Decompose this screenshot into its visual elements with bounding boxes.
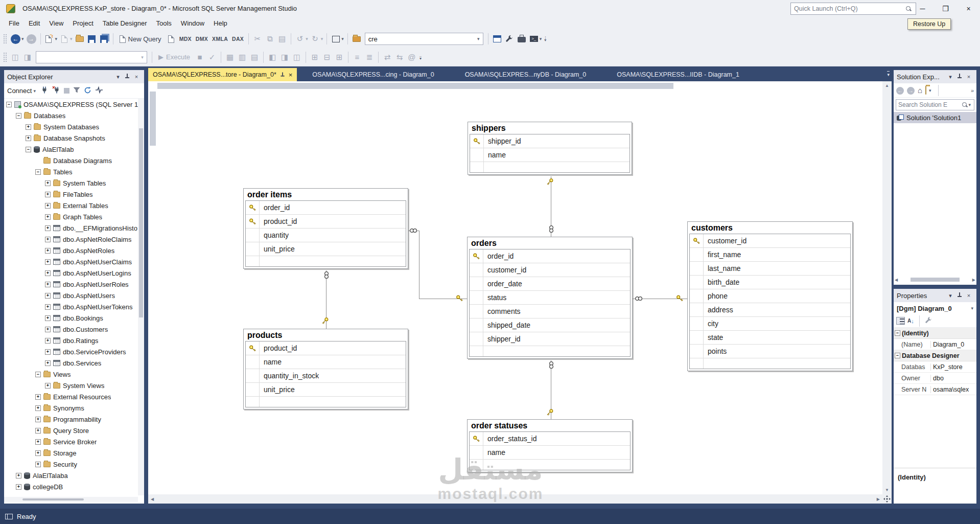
property-value[interactable]: Diagram_0 — [931, 341, 964, 348]
diagram-vertical-scrollbar[interactable]: ▲▼ — [882, 81, 892, 494]
tree-item-dbo-ratings[interactable]: +dbo.Ratings — [4, 335, 144, 346]
tree-expander-icon[interactable]: + — [45, 248, 51, 254]
tab-list-chevron-icon[interactable]: ▾ — [887, 71, 890, 77]
object-explorer-vertical-scrollbar[interactable] — [138, 99, 144, 495]
scrollbar-thumb[interactable] — [911, 278, 960, 282]
property-row-name[interactable]: (Name)Diagram_0 — [894, 339, 976, 350]
tree-item-dbo-efmigrationshisto[interactable]: +dbo.__EFMigrationsHisto — [4, 222, 144, 234]
close-icon[interactable]: × — [964, 74, 973, 80]
scroll-up-icon[interactable]: ▲ — [885, 83, 889, 88]
solution-explorer-horizontal-scrollbar[interactable]: ◀ ▶ — [895, 277, 975, 283]
cut-icon[interactable]: ✂ — [251, 32, 264, 45]
tree-item-dbo-serviceproviders[interactable]: +dbo.ServiceProviders — [4, 346, 144, 357]
diagram-column-row[interactable]: quantity — [246, 229, 406, 242]
disconnect-plug-icon[interactable] — [52, 86, 60, 96]
forward-icon[interactable]: → — [907, 86, 915, 95]
diagram-table-shippers[interactable]: shippersshipper_idname — [468, 122, 632, 175]
dmx-query-button[interactable]: DMX — [194, 36, 210, 42]
tree-expander-icon[interactable]: + — [45, 214, 51, 220]
specify-values-icon[interactable]: @ — [406, 51, 418, 64]
tree-expander-icon[interactable]: + — [35, 405, 41, 411]
diagram-column-row[interactable]: shipped_date — [470, 318, 630, 332]
diagram-horizontal-scrollbar[interactable]: ◀▶ — [148, 494, 882, 504]
tree-item-dbo-bookings[interactable]: +dbo.Bookings — [4, 312, 144, 324]
tree-expander-icon[interactable]: − — [35, 372, 41, 377]
tree-item-alaeltalaba[interactable]: +AlaElTalaba — [4, 470, 144, 481]
tree-item-security[interactable]: +Security — [4, 459, 144, 470]
save-button[interactable] — [86, 32, 98, 45]
tree-expander-icon[interactable]: + — [35, 428, 41, 434]
menu-project[interactable]: Project — [68, 17, 98, 30]
client-stats-icon[interactable]: ⊟ — [321, 51, 333, 64]
diagram-column-row[interactable]: product_id — [246, 341, 406, 355]
tree-expander-icon[interactable]: + — [45, 192, 51, 197]
property-value[interactable]: osama\sqlex — [931, 386, 969, 393]
tree-expander-icon[interactable]: + — [45, 327, 51, 332]
close-icon[interactable]: × — [132, 74, 141, 80]
document-tab[interactable]: OSAMA\SQLEXPRES...nyDB - Diagram_0 — [450, 68, 602, 81]
tree-expander-icon[interactable]: + — [45, 360, 51, 366]
navigate-back-button[interactable]: ← — [9, 32, 22, 45]
document-tab-active[interactable]: OSAMA\SQLEXPRESS...tore - Diagram_0*× — [148, 68, 297, 81]
tree-item-osama-sqlexpress-sql-server-1[interactable]: −OSAMA\SQLEXPRESS (SQL Server 1 — [4, 99, 144, 110]
solution-root-item[interactable]: Solution 'Solution1 — [894, 112, 976, 123]
categorized-view-icon[interactable] — [896, 317, 905, 325]
relationship-line-order-items-orders[interactable] — [419, 231, 419, 299]
chevron-down-icon[interactable]: ▾ — [929, 88, 931, 93]
cancel-query-icon[interactable]: ■ — [194, 51, 206, 64]
tree-expander-icon[interactable]: + — [35, 417, 41, 422]
filter-icon[interactable] — [73, 86, 80, 95]
diagram-canvas[interactable]: مستقل mostaql.com ▲▼ ◀▶ shippersshipper_… — [148, 81, 892, 504]
query-options-icon[interactable]: ◧ — [266, 51, 278, 64]
connect-db-icon[interactable]: ◫ — [9, 51, 21, 64]
tree-expander-icon[interactable]: − — [35, 169, 41, 175]
property-category-identity[interactable]: −(Identity) — [894, 328, 976, 339]
edit-table-button[interactable] — [491, 32, 503, 45]
menu-table-designer[interactable]: Table Designer — [98, 17, 152, 30]
indent-icon[interactable]: ≡ — [351, 51, 363, 64]
pin-icon[interactable] — [280, 72, 285, 78]
outdent-icon[interactable]: ≣ — [363, 51, 376, 64]
tree-expander-icon[interactable]: − — [6, 102, 12, 107]
property-category-database-designer[interactable]: −Database Designer — [894, 350, 976, 361]
minimize-button[interactable]: ─ — [911, 0, 934, 17]
tree-expander-icon[interactable]: + — [45, 270, 51, 276]
execute-button[interactable]: ▶Execute — [155, 51, 194, 64]
window-position-icon[interactable]: ▾ — [113, 74, 123, 80]
toolbar-overflow[interactable]: ⁞▾ — [544, 36, 546, 41]
tree-expander-icon[interactable]: + — [45, 293, 51, 299]
close-icon[interactable]: × — [964, 292, 973, 299]
comment-icon[interactable]: ⇄ — [381, 51, 393, 64]
diagram-table-order-items[interactable]: order itemsorder_idproduct_idquantityuni… — [243, 188, 408, 269]
diagram-empty-row[interactable] — [246, 397, 406, 407]
tree-expander-icon[interactable]: + — [26, 124, 31, 130]
tree-item-dbo-aspnetroleclaims[interactable]: +dbo.AspNetRoleClaims — [4, 234, 144, 245]
tree-expander-icon[interactable]: + — [26, 135, 31, 141]
scroll-right-icon[interactable]: ▶ — [972, 278, 975, 282]
object-explorer-horizontal-scrollbar[interactable] — [4, 497, 138, 502]
pin-icon[interactable] — [955, 73, 964, 80]
document-tab[interactable]: OSAMA\SQLEXPRESS...cing - Diagram_0 — [297, 68, 449, 81]
diagram-column-row[interactable]: status — [470, 291, 630, 305]
chevron-down-icon[interactable]: ▾ — [21, 36, 24, 41]
tree-item-filetables[interactable]: +FileTables — [4, 189, 144, 200]
diagram-table-order-statuses[interactable]: order statusesorder_status_idname — [467, 419, 633, 472]
tree-item-system-databases[interactable]: +System Databases — [4, 121, 144, 132]
scrollbar-thumb[interactable] — [157, 83, 673, 89]
include-plan-icon[interactable]: ◨ — [278, 51, 291, 64]
pan-control[interactable] — [882, 494, 892, 504]
diagram-column-row[interactable]: product_id — [246, 215, 406, 229]
tree-item-tables[interactable]: −Tables — [4, 166, 144, 177]
toolbar-grip[interactable] — [3, 52, 7, 62]
scroll-down-icon[interactable]: ▼ — [885, 488, 889, 492]
generate-script-button[interactable] — [330, 32, 342, 45]
diagram-column-row[interactable]: name — [246, 355, 406, 369]
property-value[interactable]: dbo — [931, 375, 944, 382]
diagram-column-row[interactable]: order_date — [470, 277, 630, 291]
close-button[interactable]: × — [957, 0, 980, 17]
diagram-column-row[interactable]: order_id — [246, 201, 406, 215]
parse-icon[interactable]: ✓ — [206, 51, 218, 64]
scrollbar-thumb[interactable] — [139, 128, 143, 317]
dax-query-button[interactable]: DAX — [230, 36, 246, 42]
scroll-left-icon[interactable]: ◀ — [151, 497, 154, 502]
